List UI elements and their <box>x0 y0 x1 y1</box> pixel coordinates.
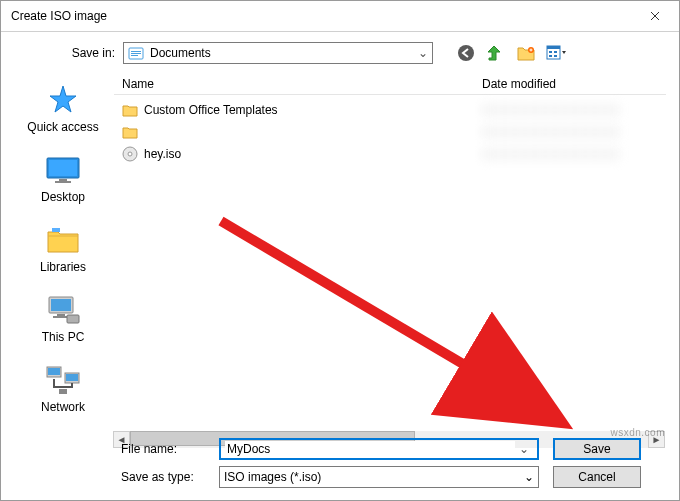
save-in-combo[interactable]: Documents ⌄ <box>123 42 433 64</box>
sidebar-item-label: Quick access <box>27 120 98 134</box>
main-area: Quick access Desktop Libraries <box>13 72 667 402</box>
sidebar-item-this-pc[interactable]: This PC <box>18 290 108 348</box>
file-row[interactable] <box>114 121 666 143</box>
svg-rect-11 <box>554 55 557 57</box>
date-redacted <box>482 125 622 139</box>
svg-rect-26 <box>59 389 67 394</box>
back-icon <box>457 44 475 62</box>
save-in-label: Save in: <box>43 46 115 60</box>
documents-icon <box>128 45 144 61</box>
close-icon <box>650 11 660 21</box>
view-menu-icon <box>546 45 566 61</box>
quick-access-icon <box>43 84 83 116</box>
svg-rect-9 <box>549 55 552 57</box>
date-redacted <box>482 103 622 117</box>
svg-rect-13 <box>49 160 77 176</box>
svg-rect-15 <box>55 181 71 183</box>
file-row[interactable]: Custom Office Templates <box>114 99 666 121</box>
svg-rect-23 <box>48 368 60 375</box>
close-button[interactable] <box>632 2 677 30</box>
file-row[interactable]: hey.iso <box>114 143 666 165</box>
dialog-title: Create ISO image <box>11 9 107 23</box>
folder-icon <box>122 102 138 118</box>
file-list-pane: Name Date modified Custom Office Templat… <box>113 72 667 402</box>
svg-rect-7 <box>547 46 560 49</box>
chevron-down-icon: ⌄ <box>418 46 428 60</box>
svg-rect-8 <box>549 51 552 53</box>
svg-point-4 <box>458 45 474 61</box>
svg-rect-18 <box>51 299 71 311</box>
save-in-row: Save in: Documents ⌄ <box>13 42 667 64</box>
iso-file-icon <box>122 146 138 162</box>
save-type-row: Save as type: ISO images (*.iso) ⌄ Cance… <box>13 466 667 488</box>
folder-icon <box>122 124 138 140</box>
libraries-icon <box>43 224 83 256</box>
sidebar-item-label: Network <box>41 400 85 414</box>
svg-rect-1 <box>131 51 141 52</box>
view-button[interactable] <box>545 42 567 64</box>
dialog-content: Save in: Documents ⌄ <box>1 31 679 500</box>
this-pc-icon <box>43 294 83 326</box>
date-redacted <box>482 147 622 161</box>
bottom-controls: File name: ⌄ Save Save as type: ISO imag… <box>13 432 667 488</box>
chevron-down-icon: ⌄ <box>524 470 534 484</box>
svg-point-28 <box>128 152 132 156</box>
cancel-button[interactable]: Cancel <box>553 466 641 488</box>
column-headers: Name Date modified <box>114 73 666 95</box>
sidebar-item-desktop[interactable]: Desktop <box>18 150 108 208</box>
new-folder-button[interactable] <box>515 42 537 64</box>
sidebar-item-libraries[interactable]: Libraries <box>18 220 108 278</box>
file-name-row: File name: ⌄ Save <box>13 438 667 460</box>
sidebar-item-quick-access[interactable]: Quick access <box>18 80 108 138</box>
file-name-input[interactable] <box>225 441 515 457</box>
sidebar-item-label: Libraries <box>40 260 86 274</box>
titlebar: Create ISO image <box>1 1 679 31</box>
new-folder-icon <box>517 45 535 61</box>
file-name: hey.iso <box>144 147 181 161</box>
up-button[interactable] <box>485 42 507 64</box>
desktop-icon <box>43 154 83 186</box>
column-header-date[interactable]: Date modified <box>474 77 666 91</box>
network-icon <box>43 364 83 396</box>
file-name: Custom Office Templates <box>144 103 278 117</box>
save-button[interactable]: Save <box>553 438 641 460</box>
column-header-name[interactable]: Name <box>114 77 474 91</box>
save-in-value: Documents <box>150 46 418 60</box>
save-type-combo[interactable]: ISO images (*.iso) ⌄ <box>219 466 539 488</box>
nav-toolbar <box>455 42 567 64</box>
sidebar-item-network[interactable]: Network <box>18 360 108 418</box>
svg-rect-25 <box>66 374 78 381</box>
back-button[interactable] <box>455 42 477 64</box>
watermark: wsxdn.com <box>610 427 665 438</box>
svg-rect-21 <box>67 315 79 323</box>
svg-rect-2 <box>131 53 141 54</box>
save-dialog: Create ISO image Save in: Documents ⌄ <box>0 0 680 501</box>
svg-rect-14 <box>59 179 67 181</box>
svg-rect-10 <box>554 51 557 53</box>
sidebar-item-label: Desktop <box>41 190 85 204</box>
file-name-label: File name: <box>13 442 213 456</box>
svg-rect-16 <box>52 228 60 232</box>
save-type-value: ISO images (*.iso) <box>224 470 524 484</box>
file-rows: Custom Office Templates <box>114 95 666 165</box>
svg-rect-3 <box>131 55 138 56</box>
up-icon <box>487 44 505 62</box>
places-sidebar: Quick access Desktop Libraries <box>13 72 113 402</box>
sidebar-item-label: This PC <box>42 330 85 344</box>
file-name-combo[interactable]: ⌄ <box>219 438 539 460</box>
save-type-label: Save as type: <box>13 470 213 484</box>
chevron-down-icon[interactable]: ⌄ <box>515 442 533 456</box>
svg-rect-19 <box>57 314 65 316</box>
